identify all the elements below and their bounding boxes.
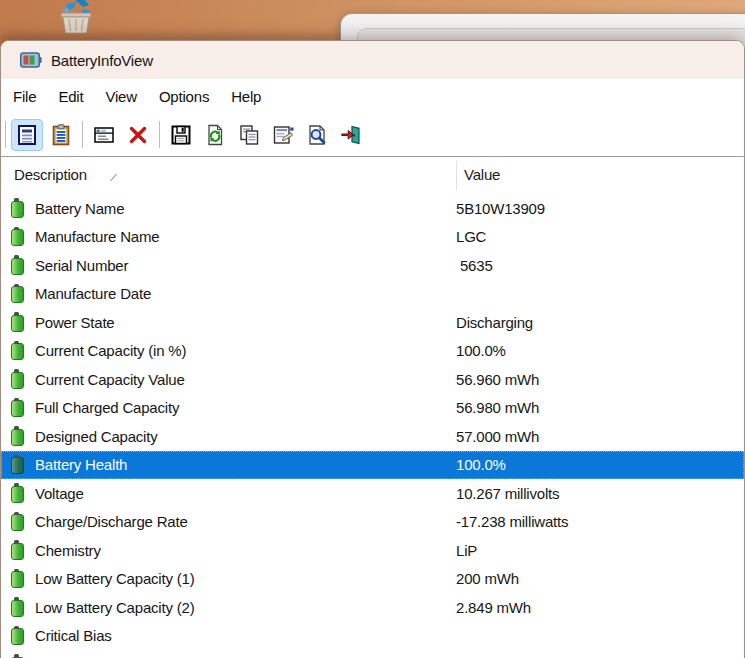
- battery-icon: [11, 227, 26, 246]
- toolbar-separator: [82, 121, 83, 148]
- list-body: Battery Name5B10W13909Manufacture NameLG…: [1, 194, 744, 658]
- refresh-button[interactable]: [199, 119, 231, 151]
- battery-icon: [11, 455, 26, 474]
- toolbar: [1, 113, 744, 157]
- find-button[interactable]: [301, 119, 333, 151]
- title-bar: BatteryInfoView: [1, 41, 744, 79]
- row-value: 10.267 millivolts: [456, 485, 744, 502]
- row-description: Manufacture Name: [35, 228, 456, 245]
- batteryinfoview-window: BatteryInfoView FileEditViewOptionsHelp …: [0, 40, 745, 658]
- sort-indicator-icon: [110, 174, 117, 181]
- menu-help[interactable]: Help: [220, 82, 272, 111]
- table-row[interactable]: Voltage10.267 millivolts: [1, 479, 744, 508]
- battery-icon: [11, 398, 26, 417]
- battery-icon: [11, 427, 26, 446]
- row-value: LGC: [456, 228, 744, 245]
- battery-icon: [11, 541, 26, 560]
- battery-info-view-button[interactable]: [11, 119, 43, 151]
- app-icon: [20, 50, 42, 70]
- table-row[interactable]: Manufacture NameLGC: [1, 223, 744, 252]
- battery-icon: [11, 313, 26, 332]
- menu-options[interactable]: Options: [148, 82, 220, 111]
- menu-view[interactable]: View: [94, 82, 147, 111]
- table-row[interactable]: ChemistryLiP: [1, 536, 744, 565]
- battery-icon: [11, 370, 26, 389]
- recycle-bin-icon[interactable]: [50, 0, 102, 41]
- row-value: 100.0%: [456, 342, 744, 359]
- row-value: 5635: [456, 257, 744, 274]
- row-description: Battery Health: [35, 456, 456, 473]
- row-value: Discharging: [456, 314, 744, 331]
- item-properties-button[interactable]: [267, 119, 299, 151]
- row-description: Serial Number: [35, 257, 456, 274]
- battery-icon: [11, 484, 26, 503]
- row-description: Charge/Discharge Rate: [35, 513, 456, 530]
- list-header: Description Value: [1, 157, 744, 194]
- row-value: 2.849 mWh: [456, 599, 744, 616]
- copy-button[interactable]: [233, 119, 265, 151]
- table-row[interactable]: Power StateDischarging: [1, 308, 744, 337]
- exit-icon: [339, 123, 363, 147]
- table-row[interactable]: Full Charged Capacity56.980 mWh: [1, 394, 744, 423]
- save-button[interactable]: [165, 119, 197, 151]
- column-header-value[interactable]: Value: [464, 166, 500, 183]
- table-row[interactable]: Current Capacity (in %)100.0%: [1, 337, 744, 366]
- table-row[interactable]: Serial Number 5635: [1, 251, 744, 280]
- find-icon: [305, 123, 329, 147]
- toolbar-separator: [159, 121, 160, 148]
- refresh-icon: [203, 123, 227, 147]
- row-value: 100.0%: [456, 456, 744, 473]
- row-description: Low Battery Capacity (2): [35, 599, 456, 616]
- table-row[interactable]: [1, 650, 744, 658]
- copy-icon: [237, 123, 261, 147]
- menu-edit[interactable]: Edit: [47, 82, 94, 111]
- row-description: Chemistry: [35, 542, 456, 559]
- battery-log-button[interactable]: [45, 119, 77, 151]
- properties-window-button[interactable]: [88, 119, 120, 151]
- battery-info-view-icon: [15, 123, 39, 147]
- menu-bar: FileEditViewOptionsHelp: [1, 79, 744, 113]
- row-description: Critical Bias: [35, 627, 456, 644]
- table-row[interactable]: Manufacture Date: [1, 280, 744, 309]
- battery-icon: [11, 256, 26, 275]
- row-description: Designed Capacity: [35, 428, 456, 445]
- row-value: 56.980 mWh: [456, 399, 744, 416]
- save-icon: [169, 123, 193, 147]
- table-row[interactable]: Low Battery Capacity (1)200 mWh: [1, 565, 744, 594]
- battery-icon: [11, 598, 26, 617]
- row-description: Voltage: [35, 485, 456, 502]
- row-value: -17.238 milliwatts: [456, 513, 744, 530]
- table-row[interactable]: Battery Health100.0%: [1, 451, 744, 480]
- delete-button[interactable]: [122, 119, 154, 151]
- column-header-description[interactable]: Description: [14, 166, 87, 183]
- row-description: Full Charged Capacity: [35, 399, 456, 416]
- menu-file[interactable]: File: [2, 82, 47, 111]
- table-row[interactable]: Charge/Discharge Rate-17.238 milliwatts: [1, 508, 744, 537]
- delete-icon: [126, 123, 150, 147]
- row-value: 200 mWh: [456, 570, 744, 587]
- table-row[interactable]: Battery Name5B10W13909: [1, 194, 744, 223]
- table-row[interactable]: Critical Bias: [1, 622, 744, 651]
- row-description: Current Capacity Value: [35, 371, 456, 388]
- row-value: 57.000 mWh: [456, 428, 744, 445]
- exit-button[interactable]: [335, 119, 367, 151]
- battery-icon: [11, 284, 26, 303]
- row-value: LiP: [456, 542, 744, 559]
- table-row[interactable]: Designed Capacity57.000 mWh: [1, 422, 744, 451]
- row-description: Battery Name: [35, 200, 456, 217]
- row-description: Low Battery Capacity (1): [35, 570, 456, 587]
- column-divider[interactable]: [456, 161, 457, 190]
- window-title: BatteryInfoView: [51, 52, 153, 69]
- table-row[interactable]: Current Capacity Value56.960 mWh: [1, 365, 744, 394]
- row-value: 5B10W13909: [456, 200, 744, 217]
- properties-window-icon: [92, 123, 116, 147]
- row-value: 56.960 mWh: [456, 371, 744, 388]
- battery-icon: [11, 512, 26, 531]
- battery-info-list: Description Value Battery Name5B10W13909…: [1, 157, 744, 658]
- battery-icon: [11, 341, 26, 360]
- table-row[interactable]: Low Battery Capacity (2)2.849 mWh: [1, 593, 744, 622]
- toolbar-separator: [5, 121, 6, 148]
- item-properties-icon: [271, 123, 295, 147]
- battery-log-icon: [49, 123, 73, 147]
- battery-icon: [11, 569, 26, 588]
